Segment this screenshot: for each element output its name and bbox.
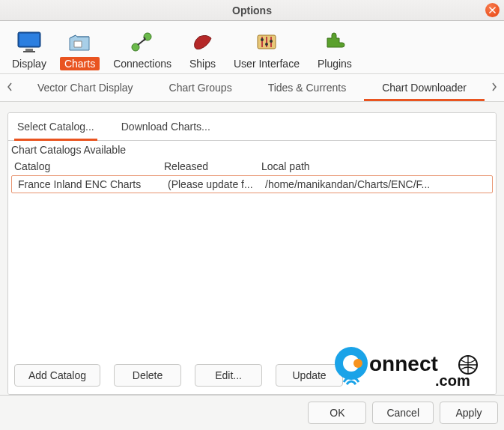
- svg-point-10: [261, 38, 264, 41]
- toolbar-item-connections[interactable]: Connections: [104, 27, 180, 73]
- tab-strip: Vector Chart Display Chart Groups Tides …: [0, 73, 504, 102]
- cell-local-path: /home/manikandan/Charts/ENC/F...: [265, 178, 486, 190]
- user-interface-icon: [252, 27, 282, 57]
- table-body: France Inland ENC Charts (Please update …: [8, 175, 496, 357]
- toolbar-label: Charts: [60, 57, 100, 70]
- connections-icon: [127, 27, 157, 57]
- toolbar-label: Connections: [109, 57, 176, 70]
- tab-tides-currents[interactable]: Tides & Currents: [250, 74, 365, 101]
- delete-button[interactable]: Delete: [114, 364, 181, 387]
- svg-rect-3: [23, 51, 35, 52]
- cancel-button[interactable]: Cancel: [372, 402, 434, 424]
- catalog-actions: Add Catalog Delete Edit... Update: [8, 357, 496, 394]
- window-title: Options: [232, 4, 272, 16]
- apply-button[interactable]: Apply: [440, 402, 498, 424]
- column-header-released[interactable]: Released: [164, 160, 261, 172]
- svg-rect-1: [19, 34, 39, 46]
- tab-vector-chart-display[interactable]: Vector Chart Display: [19, 74, 151, 101]
- toolbar-label: Ships: [185, 57, 220, 70]
- inner-tab-download-charts[interactable]: Download Charts...: [118, 118, 213, 140]
- downloader-panel: Select Catalog... Download Charts... Cha…: [7, 112, 497, 395]
- toolbar-item-user-interface[interactable]: User Interface: [225, 27, 309, 73]
- ships-icon: [187, 27, 217, 57]
- display-icon: [14, 27, 44, 57]
- tab-chart-downloader[interactable]: Chart Downloader: [364, 74, 485, 101]
- content-area: Select Catalog... Download Charts... Cha…: [0, 102, 504, 395]
- toolbar-item-charts[interactable]: Charts: [55, 27, 104, 73]
- inner-tab-select-catalog[interactable]: Select Catalog...: [14, 118, 97, 141]
- add-catalog-button[interactable]: Add Catalog: [14, 364, 100, 387]
- column-header-local-path[interactable]: Local path: [261, 160, 490, 172]
- toolbar-label: User Interface: [229, 57, 304, 70]
- table-header: Catalog Released Local path: [8, 157, 496, 175]
- plugins-icon: [320, 27, 350, 57]
- table-row[interactable]: France Inland ENC Charts (Please update …: [11, 175, 493, 193]
- ok-button[interactable]: OK: [308, 402, 366, 424]
- tab-scroll-right[interactable]: [485, 82, 504, 94]
- svg-rect-2: [25, 49, 33, 51]
- svg-point-12: [270, 40, 273, 43]
- section-heading: Chart Catalogs Available: [8, 141, 496, 157]
- column-header-catalog[interactable]: Catalog: [14, 160, 164, 172]
- close-icon: [489, 7, 496, 13]
- update-button[interactable]: Update: [276, 364, 343, 387]
- charts-icon: [65, 27, 95, 57]
- toolbar-item-plugins[interactable]: Plugins: [309, 27, 361, 73]
- dialog-footer: OK Cancel Apply: [0, 395, 504, 430]
- chevron-left-icon: [7, 82, 13, 91]
- toolbar-item-display[interactable]: Display: [3, 27, 55, 73]
- tab-scroll-left[interactable]: [0, 82, 19, 94]
- chevron-right-icon: [491, 82, 497, 91]
- toolbar-item-ships[interactable]: Ships: [180, 27, 225, 73]
- cell-released: (Please update f...: [168, 178, 265, 190]
- close-window-button[interactable]: [485, 3, 500, 17]
- main-toolbar: Display Charts Connections Ships User In…: [0, 21, 504, 73]
- cell-catalog: France Inland ENC Charts: [18, 178, 168, 190]
- title-bar: Options: [0, 0, 504, 21]
- svg-point-11: [265, 43, 268, 46]
- toolbar-label: Display: [7, 57, 51, 70]
- tab-chart-groups[interactable]: Chart Groups: [151, 74, 250, 101]
- inner-tab-strip: Select Catalog... Download Charts...: [8, 113, 496, 141]
- toolbar-label: Plugins: [313, 57, 356, 70]
- edit-button[interactable]: Edit...: [195, 364, 262, 387]
